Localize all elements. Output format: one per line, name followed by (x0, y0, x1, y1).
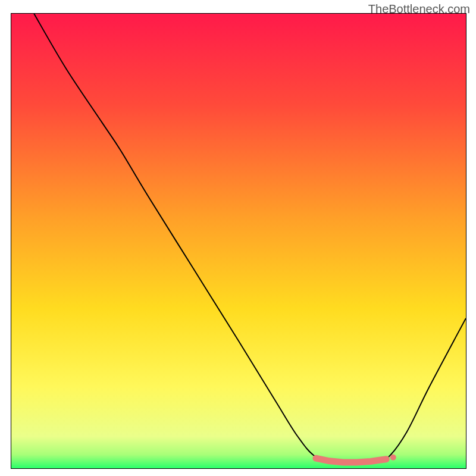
bottleneck-chart (11, 13, 466, 469)
chart-canvas (11, 14, 466, 468)
watermark-text: TheBottleneck.com (368, 2, 470, 16)
chart-background (11, 14, 466, 468)
marker-dot (390, 455, 396, 461)
